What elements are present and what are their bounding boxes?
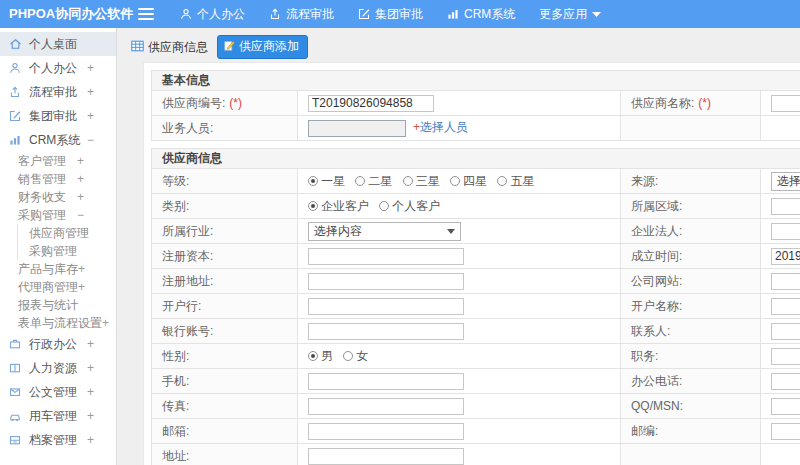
industry-select[interactable]: 选择内容 [308,222,461,241]
radio-level-5[interactable]: 五星 [497,173,534,190]
nav-workflow-approval[interactable]: 流程审批 [257,0,346,28]
choose-staff-link[interactable]: +选择人员 [413,120,468,134]
radio-icon [450,176,460,186]
bank-input[interactable] [308,298,464,315]
zip-input[interactable] [771,423,800,440]
sidebar-item-admin-office[interactable]: 行政办公 + [0,332,116,356]
sidebar-item-human-resources[interactable]: 人力资源 + [0,356,116,380]
radio-icon [308,351,318,361]
job-title-input[interactable] [771,348,800,365]
tab-supplier-info[interactable]: 供应商信息 [131,39,208,56]
sidebar-item-reports-stats[interactable]: 报表与统计 [0,296,116,314]
website-input[interactable] [771,273,800,290]
nav-more-apps[interactable]: 更多应用 [527,0,613,28]
topbar: PHPOA协同办公软件 个人办公 流程审批 集团审批 CRM系统 更多应用 [0,0,800,28]
sidebar-item-purchasing-mgmt[interactable]: 采购管理 [18,242,116,260]
fax-input[interactable] [308,398,464,415]
radio-gender-male[interactable]: 男 [308,348,333,365]
contact-input[interactable] [771,323,800,340]
radio-gender-female[interactable]: 女 [343,348,368,365]
section-title-supplier: 供应商信息 [152,149,800,169]
radio-level-1[interactable]: 一星 [308,173,345,190]
region-input[interactable] [771,198,800,215]
radio-category-company[interactable]: 企业客户 [308,198,369,215]
bank-label: 开户行: [152,294,298,319]
sidebar-item-workflow-approval[interactable]: 流程审批 + [0,80,116,104]
staff-label: 业务人员: [152,116,298,141]
sidebar-item-product-inventory[interactable]: 产品与库存 + [0,260,116,278]
radio-level-4[interactable]: 四星 [450,173,487,190]
email-input[interactable] [308,423,464,440]
sidebar-item-sales-mgmt[interactable]: 销售管理 + [0,170,116,188]
industry-label: 所属行业: [152,219,298,244]
form-panel: 基本信息 供应商编号:(*) 供应商名称:(*) 业务人员: +选择人员 供应商… [143,62,800,465]
sidebar-item-form-workflow-settings[interactable]: 表单与流程设置 + [0,314,116,332]
sidebar-item-official-doc-mgmt[interactable]: 公文管理 + [0,380,116,404]
radio-level-2[interactable]: 二星 [355,173,392,190]
sidebar-item-personal-desktop[interactable]: 个人桌面 [0,32,116,56]
zip-label: 邮编: [621,419,761,444]
nav-personal-office[interactable]: 个人办公 [168,0,257,28]
sidebar-item-customer-mgmt[interactable]: 客户管理 + [0,152,116,170]
table-icon [131,40,144,55]
register-address-input[interactable] [308,273,464,290]
topbar-nav: 个人办公 流程审批 集团审批 CRM系统 更多应用 [168,0,613,28]
qq-msn-input[interactable] [771,398,800,415]
supplier-no-input[interactable] [308,95,434,112]
capital-input[interactable] [308,248,464,265]
supplier-name-label: 供应商名称:(*) [621,91,761,116]
source-select[interactable]: 选择内容 [771,172,800,191]
staff-input[interactable] [308,120,406,137]
chart-icon [447,8,459,20]
sidebar-item-vehicle-mgmt[interactable]: 用车管理 + [0,404,116,428]
radio-category-personal[interactable]: 个人客户 [379,198,440,215]
founded-date-label: 成立时间: [621,244,761,269]
radio-level-3[interactable]: 三星 [403,173,440,190]
sidebar-item-agent-mgmt[interactable]: 代理商管理 + [0,278,116,296]
region-label: 所属区域: [621,194,761,219]
website-label: 公司网站: [621,269,761,294]
register-address-label: 注册地址: [152,269,298,294]
user-icon [9,62,22,74]
radio-icon [308,201,318,211]
supplier-name-input[interactable] [771,95,800,112]
mobile-input[interactable] [308,373,464,390]
required-mark: (*) [229,96,242,110]
address-label: 地址: [152,444,298,465]
document-icon [9,386,22,398]
main-content: 供应商信息 供应商添加 基本信息 供应商编号:(*) 供应商名称:(*) 业务人… [118,28,800,465]
briefcase-icon [9,338,22,350]
caret-down-icon [447,229,455,234]
sidebar-item-group-approval[interactable]: 集团审批 + [0,104,116,128]
level-radio-group: 一星 二星 三星 四星 五星 [298,169,621,194]
user-icon [180,8,192,20]
category-label: 类别: [152,194,298,219]
office-phone-input[interactable] [771,373,800,390]
supplier-info-table: 供应商信息 等级: 一星 二星 三星 四星 五星 来源: 选择内容 类别: 企业… [151,148,800,465]
legal-person-label: 企业法人: [621,219,761,244]
account-name-label: 开户名称: [621,294,761,319]
sidebar-item-personal-office[interactable]: 个人办公 + [0,56,116,80]
basic-info-table: 基本信息 供应商编号:(*) 供应商名称:(*) 业务人员: +选择人员 [151,70,800,141]
hamburger-icon[interactable] [138,8,154,20]
sidebar-item-supplier-mgmt[interactable]: 供应商管理 [18,224,116,242]
nav-crm-system[interactable]: CRM系统 [435,0,527,28]
radio-icon [403,176,413,186]
sidebar-item-purchase-mgmt[interactable]: 采购管理 − [0,206,116,224]
sidebar-item-crm-system[interactable]: CRM系统 − [0,128,116,152]
sidebar-item-finance-mgmt[interactable]: 财务收支 + [0,188,116,206]
address-input[interactable] [308,448,464,465]
nav-group-approval[interactable]: 集团审批 [346,0,435,28]
legal-person-input[interactable] [771,223,800,240]
radio-icon [343,351,353,361]
founded-date-input[interactable] [771,248,800,265]
account-name-input[interactable] [771,298,800,315]
bank-account-input[interactable] [308,323,464,340]
sidebar-item-archive-mgmt[interactable]: 档案管理 + [0,428,116,452]
approval-icon [9,110,22,122]
job-title-label: 职务: [621,344,761,369]
archive-icon [9,434,22,446]
tab-supplier-add[interactable]: 供应商添加 [217,35,308,59]
radio-icon [379,201,389,211]
radio-icon [355,176,365,186]
